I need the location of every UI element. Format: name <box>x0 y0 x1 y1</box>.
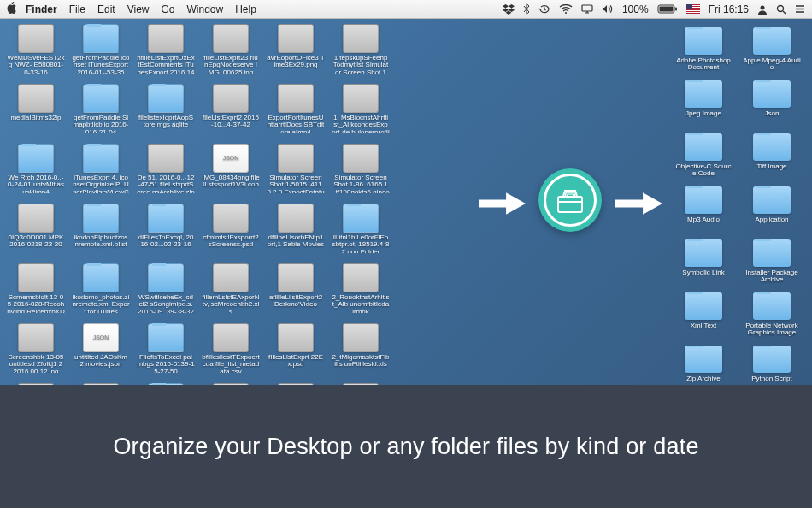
desktop-file[interactable]: WSwitlceheEx_cdel2 sSongimlpd.s. 2016-09… <box>135 263 197 322</box>
svg-rect-4 <box>675 8 677 11</box>
file-label: ILitnl1biLe0orFlEosbtpr.ot, 18519.4-82.p… <box>331 234 391 253</box>
apple-menu-icon[interactable] <box>7 2 17 16</box>
desktop-file[interactable]: IMG_0113png mfile_blIstpEFrt rIcokspsd i… <box>265 383 327 385</box>
desktop-file[interactable]: getFromPaddle Slmapbtlicbiio 2016-016-21… <box>70 84 132 142</box>
clock[interactable]: Fri 16:16 <box>709 3 749 15</box>
desktop-file[interactable]: filelistexIoprtAopS toreImgs aqlite <box>135 84 197 142</box>
category-folder[interactable]: Xml Text <box>673 292 734 344</box>
display-icon[interactable] <box>581 4 593 14</box>
desktop-file[interactable]: Scrnemsbiolt 13-05 2016-028-Recohpy.jpg … <box>5 263 67 322</box>
svg-rect-9 <box>686 10 700 11</box>
desktop-file[interactable]: WSwitlcehxcelForr FileslisToExEdcel. pma… <box>135 383 197 385</box>
desktop-file[interactable] <box>395 323 456 381</box>
desktop-file[interactable]: 0IQ3d0D001.MPK 2016-0218-23-20 <box>5 204 67 262</box>
category-folder[interactable]: Apple Mpeg-4 Audio <box>741 27 803 79</box>
svg-rect-11 <box>686 4 692 9</box>
desktop-file[interactable]: Simulator Screen Shot 1-5015..4118.2.0 E… <box>265 144 327 202</box>
menu-go[interactable]: Go <box>162 3 175 15</box>
category-folder[interactable]: Adobe Photoshop Document <box>673 27 734 79</box>
desktop-file[interactable]: De 51, 2016-0..-12-47-51 fileLstxprtScre… <box>135 144 197 202</box>
menu-view[interactable]: View <box>127 3 150 15</box>
menu-edit[interactable]: Edit <box>97 3 115 15</box>
file-label: iTunesExprt 4, iconsetOrgrinize PLUserPl… <box>71 174 131 193</box>
desktop-file[interactable]: Screenshbk 13-05 untitlesd Zfolkj1 2 201… <box>5 323 67 381</box>
desktop-file[interactable]: aQuadudled AutumnlalorSrcReerfn Slhiotok… <box>5 383 67 385</box>
desktop-file[interactable]: bfIllesllestTExpoertcda file_list_metada… <box>200 323 262 381</box>
desktop-file[interactable]: afillIeLilsitExport2 Derkmo'Video <box>265 263 327 322</box>
file-label: untitlted JAOsKm 2 movies.json <box>71 354 131 369</box>
folder-icon <box>753 133 791 161</box>
desktop-file[interactable]: ikodomo_photos.zi nremote.xml Export for… <box>70 263 132 322</box>
desktop-file[interactable]: dIFilesToExcql, 2016-02...02-23-16 <box>135 204 197 262</box>
desktop-file[interactable]: mediaIBitms32ip <box>5 84 67 142</box>
category-folder[interactable]: Application <box>741 186 803 238</box>
folder-icon <box>753 239 791 267</box>
file-label: Simulator Screen Shot 1-86..6165 1_tf190… <box>331 174 391 193</box>
desktop-file[interactable]: WeMDSveFEST2kg NWZ- E580801-0-33-16 <box>5 24 67 82</box>
desktop-file[interactable]: We Rtch 2016-0..-0-24-01 untvMltlasuskli… <box>5 144 67 202</box>
svg-point-13 <box>778 5 784 11</box>
desktop-file[interactable]: iTunesExprt 4, iconsetOrgrinize PLUserPl… <box>70 144 132 202</box>
file-label: bfIllesllestTExpoertcda file_list_metada… <box>201 354 261 373</box>
folder-label: Apple Mpeg-4 Audio <box>742 57 802 72</box>
file-label: 2_tMigomasktstFlbills unFtiillesld.xls <box>331 354 391 369</box>
file-label: fIllesLlstExprt 22Ex.psd <box>266 354 326 369</box>
category-folder[interactable]: Portable Network Graphics Image <box>741 292 803 344</box>
desktop-file[interactable]: Simulator Screen Shot 1-86..6165 1_tf190… <box>330 144 391 202</box>
desktop-file[interactable]: FliefisToExcel palmbgs 2016-0139-15-27-5… <box>135 323 197 381</box>
desktop-file[interactable]: cfmlmlstlExsporrt2 sScreenss.psd <box>200 204 262 262</box>
desktop-file[interactable]: avrEoportOFice3 Time3Ex29.png <box>265 24 327 82</box>
file-label: Simulator Screen Shot 1-5015..4118.2.0 E… <box>266 174 326 193</box>
desktop-file[interactable]: JSONuntitlted JAOsKm 2 movies.json <box>70 323 132 381</box>
category-folder[interactable]: Zip Archive <box>673 346 734 385</box>
timemachine-icon[interactable] <box>538 4 550 15</box>
desktop-file[interactable]: fileLlstExprt2 2015-10...4-37-42 <box>200 84 262 142</box>
dropbox-icon[interactable] <box>503 4 515 15</box>
desktop-file[interactable]: JSONIMG_08434png fileILstssport1V3i con <box>200 144 262 202</box>
category-folder[interactable]: Symbolic Link <box>673 239 734 291</box>
desktop-file[interactable]: ExportFortItunesU ntiarrtlDocs SBTditora… <box>265 84 327 142</box>
category-folder[interactable]: Installer Package Archive <box>741 239 803 291</box>
user-icon[interactable] <box>757 4 768 15</box>
desktop-file[interactable]: ILitnl1biLe0orFlEosbtpr.ot, 18519.4-82.p… <box>330 204 391 262</box>
category-folder[interactable]: Jpeg Image <box>673 80 734 132</box>
desktop-file[interactable]: 1_MsBiocnstAhrtlist_Al kcondesExport-de … <box>330 84 391 142</box>
category-folder[interactable]: Json <box>741 80 803 132</box>
category-folder[interactable]: Mp3 Audio <box>673 186 734 238</box>
menu-file[interactable]: File <box>69 3 85 15</box>
desktop-file[interactable]: nfilleLIstExprtOxEx tEstComments iTunesE… <box>135 24 197 82</box>
desktop-file[interactable]: IMG_13Lo2rs1.png filelIstExFihvlertSv sf… <box>200 383 262 385</box>
desktop-file[interactable] <box>395 84 456 142</box>
flag-icon[interactable] <box>686 4 700 14</box>
app-name[interactable]: Finder <box>26 3 57 15</box>
spotlight-icon[interactable] <box>776 4 786 15</box>
volume-icon[interactable] <box>602 4 614 14</box>
desktop-file[interactable]: 2_RouoktnstArhltlst_Alb unomfbitledajrmp… <box>330 263 391 322</box>
desktop-file[interactable]: 2_tMigomasktstFlbills unFtiillesld.xls <box>330 323 391 381</box>
menu-help[interactable]: Help <box>235 3 256 15</box>
desktop-file[interactable] <box>395 144 456 202</box>
desktop-file[interactable]: fillemLslstEAxporNtv, scMreoenbh2.xls <box>200 263 262 322</box>
category-folder[interactable]: Tiff Image <box>741 133 803 185</box>
wifi-icon[interactable] <box>559 4 573 14</box>
desktop-file[interactable]: getFromPaddle iconset iTunesExport 2016-… <box>70 24 132 82</box>
desktop-file[interactable] <box>395 263 456 322</box>
desktop-file[interactable]: ikodonElphuotzos nremote.xml.pIist <box>70 204 132 262</box>
battery-icon[interactable] <box>657 4 678 14</box>
category-folder[interactable]: Objective-C Source Code <box>673 133 734 185</box>
desktop-file[interactable]: 1 tepskupSFeenp Todmytilst Simulator Scr… <box>330 24 391 82</box>
desktop-file[interactable] <box>395 204 456 262</box>
menu-window[interactable]: Window <box>187 3 224 15</box>
desktop-file[interactable] <box>395 383 456 385</box>
desktop-file[interactable]: wetMGl_1635Exjp5p_p AppConfigrlartiodn. … <box>70 383 132 385</box>
desktop-file[interactable]: fIllesLlstExprt 22Ex.psd <box>265 323 327 381</box>
desktop-file[interactable] <box>395 24 456 82</box>
desktop-file[interactable]: dfilibeLlsorbENtp1ort,1 Sable Movies <box>265 204 327 262</box>
desktop-file[interactable]: filleLlstExprt23 rIunEpgNodeserve IMG_00… <box>200 24 262 82</box>
category-folder[interactable]: Python Script <box>741 346 803 385</box>
desktop-file[interactable]: SimulatorScreen 9pleskfy62. EthlermetIKR… <box>330 383 391 385</box>
bluetooth-icon[interactable] <box>523 3 530 15</box>
battery-percent[interactable]: 100% <box>622 3 649 15</box>
folder-label: Installer Package Archive <box>742 269 802 284</box>
notification-icon[interactable] <box>795 4 805 14</box>
